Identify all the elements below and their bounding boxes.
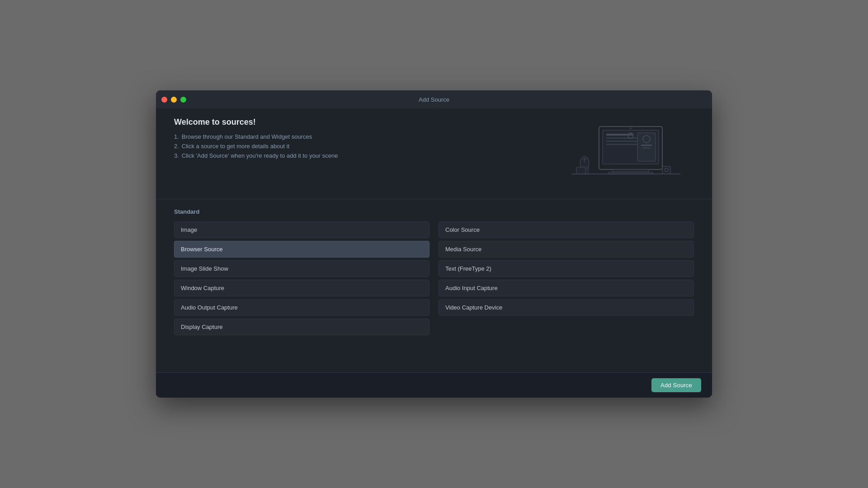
svg-rect-4 xyxy=(606,134,633,136)
list-num-1: 1. xyxy=(174,133,179,140)
svg-rect-21 xyxy=(662,166,670,174)
svg-rect-7 xyxy=(606,144,640,145)
source-item-image-slide-show[interactable]: Image Slide Show xyxy=(174,260,429,277)
list-num-2: 2. xyxy=(174,143,179,150)
source-item-window-capture[interactable]: Window Capture xyxy=(174,280,429,296)
instruction-1: 1. Browse through our Standard and Widge… xyxy=(174,133,549,140)
svg-rect-8 xyxy=(637,133,656,161)
source-item-video-capture-device[interactable]: Video Capture Device xyxy=(439,299,694,316)
source-item-audio-output-capture[interactable]: Audio Output Capture xyxy=(174,299,429,316)
add-source-window: Add Source Welcome to sources! 1. Browse… xyxy=(156,90,712,398)
svg-rect-20 xyxy=(576,167,585,174)
traffic-lights xyxy=(161,97,186,103)
header-section: Welcome to sources! 1. Browse through ou… xyxy=(156,108,712,199)
sources-grid: Image Color Source Browser Source Media … xyxy=(174,221,694,335)
illustration xyxy=(549,117,694,190)
source-item-image[interactable]: Image xyxy=(174,221,429,238)
instruction-2-text: Click a source to get more details about… xyxy=(182,143,289,150)
source-item-media-source[interactable]: Media Source xyxy=(439,241,694,258)
source-item-text-freetype[interactable]: Text (FreeType 2) xyxy=(439,260,694,277)
instruction-3: 3. Click 'Add Source' when you're ready … xyxy=(174,152,549,159)
source-item-color-source[interactable]: Color Source xyxy=(439,221,694,238)
svg-rect-5 xyxy=(606,137,642,139)
sources-section: Standard Image Color Source Browser Sour… xyxy=(156,199,712,372)
source-item-browser-source[interactable]: Browser Source xyxy=(174,241,429,258)
instruction-3-text: Click 'Add Source' when you're ready to … xyxy=(182,152,338,159)
source-item-display-capture[interactable]: Display Capture xyxy=(174,319,429,335)
svg-rect-11 xyxy=(642,147,651,149)
welcome-list: 1. Browse through our Standard and Widge… xyxy=(174,133,549,159)
welcome-title: Welcome to sources! xyxy=(174,117,549,127)
add-source-button[interactable]: Add Source xyxy=(651,378,701,392)
minimize-button[interactable] xyxy=(171,97,177,103)
close-button[interactable] xyxy=(161,97,167,103)
window-content: Welcome to sources! 1. Browse through ou… xyxy=(156,108,712,398)
svg-rect-2 xyxy=(613,169,649,172)
footer: Add Source xyxy=(156,372,712,398)
svg-rect-6 xyxy=(606,141,638,142)
instruction-1-text: Browse through our Standard and Widget s… xyxy=(182,133,312,140)
header-text: Welcome to sources! 1. Browse through ou… xyxy=(174,117,549,162)
window-title: Add Source xyxy=(419,96,449,103)
title-bar: Add Source xyxy=(156,90,712,108)
svg-rect-10 xyxy=(641,145,652,146)
list-num-3: 3. xyxy=(174,152,179,159)
section-label: Standard xyxy=(174,208,694,215)
maximize-button[interactable] xyxy=(180,97,186,103)
instruction-2: 2. Click a source to get more details ab… xyxy=(174,143,549,150)
source-item-audio-input-capture[interactable]: Audio Input Capture xyxy=(439,280,694,296)
